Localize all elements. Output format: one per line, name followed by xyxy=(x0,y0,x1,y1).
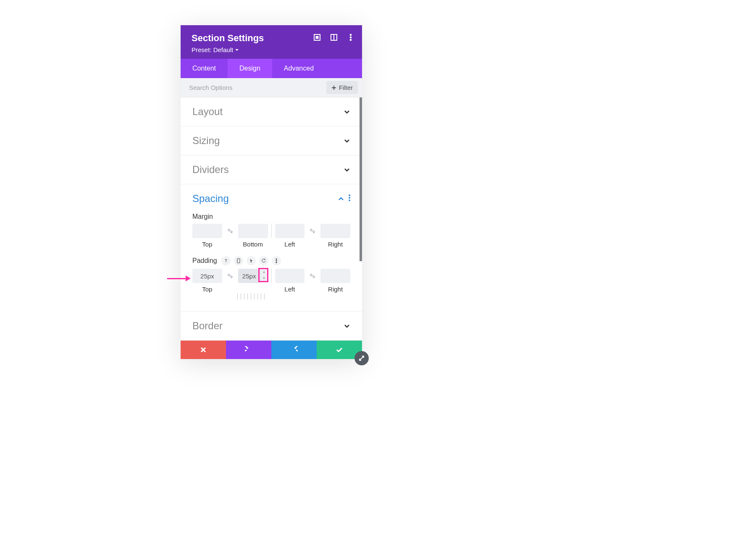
filter-label: Filter xyxy=(339,84,353,91)
link-icon[interactable] xyxy=(308,271,317,281)
chevron-down-icon xyxy=(344,166,350,173)
label-left: Left xyxy=(275,241,305,248)
svg-point-10 xyxy=(349,197,350,199)
margin-top-input[interactable] xyxy=(192,224,222,238)
separator xyxy=(271,224,272,238)
svg-point-4 xyxy=(350,34,352,36)
section-dividers: Dividers xyxy=(181,155,362,184)
margin-fields xyxy=(192,224,350,238)
padding-labels: Top . Left Right xyxy=(192,286,350,293)
label-left: Left xyxy=(275,286,305,293)
reset-icon[interactable] xyxy=(259,256,268,265)
section-dividers-title: Dividers xyxy=(192,164,229,176)
svg-point-9 xyxy=(349,194,350,196)
fullscreen-icon[interactable] xyxy=(313,34,321,41)
slider-handle[interactable] xyxy=(237,294,266,299)
padding-fields: 25px 25px ▲ ▼ xyxy=(192,269,350,283)
stepper-down-icon[interactable]: ▼ xyxy=(260,275,268,281)
tab-design[interactable]: Design xyxy=(228,59,272,78)
chevron-down-icon xyxy=(344,108,350,115)
padding-label-row: Padding ? xyxy=(192,256,350,265)
cancel-button[interactable] xyxy=(181,341,226,359)
preset-dropdown[interactable]: Preset: Default xyxy=(192,46,239,53)
cursor-icon[interactable] xyxy=(247,256,256,265)
chevron-down-icon xyxy=(344,323,350,329)
svg-point-5 xyxy=(350,37,352,38)
mobile-icon[interactable] xyxy=(234,256,243,265)
preset-label: Preset: Default xyxy=(192,46,233,53)
link-icon[interactable] xyxy=(226,226,235,236)
chevron-down-icon xyxy=(344,137,350,144)
tabs: Content Design Advanced xyxy=(181,59,362,78)
help-icon[interactable]: ? xyxy=(221,256,231,265)
padding-label: Padding xyxy=(192,257,217,265)
svg-point-16 xyxy=(276,262,277,263)
tab-content[interactable]: Content xyxy=(181,59,228,78)
padding-right-input[interactable] xyxy=(320,269,350,283)
margin-right-input[interactable] xyxy=(320,224,350,238)
label-bottom: Bottom xyxy=(238,241,268,248)
filter-button[interactable]: Filter xyxy=(326,81,358,94)
chevron-up-icon xyxy=(338,195,344,202)
section-border: Border xyxy=(181,311,362,341)
section-border-title: Border xyxy=(192,320,223,332)
section-dividers-head[interactable]: Dividers xyxy=(181,155,362,184)
section-spacing-head[interactable]: Spacing xyxy=(181,184,362,213)
margin-bottom-input[interactable] xyxy=(238,224,268,238)
link-icon[interactable] xyxy=(226,271,235,281)
tab-advanced[interactable]: Advanced xyxy=(272,59,326,78)
svg-point-11 xyxy=(349,199,350,201)
padding-left-input[interactable] xyxy=(275,269,305,283)
svg-rect-13 xyxy=(237,259,240,263)
annotation-arrow xyxy=(167,275,191,281)
panel-footer xyxy=(181,341,362,359)
row-more-icon[interactable] xyxy=(272,256,281,265)
scrollbar[interactable] xyxy=(360,97,362,261)
svg-line-19 xyxy=(360,356,364,360)
spacing-body: Margin Top Bottom Left xyxy=(181,213,362,311)
svg-point-14 xyxy=(276,259,277,260)
section-layout: Layout xyxy=(181,97,362,126)
section-layout-title: Layout xyxy=(192,106,223,118)
svg-point-6 xyxy=(350,39,352,41)
link-icon[interactable] xyxy=(308,226,317,236)
section-sizing: Sizing xyxy=(181,126,362,155)
search-row: Filter xyxy=(181,78,362,97)
svg-rect-1 xyxy=(316,36,318,39)
padding-bottom-input[interactable]: 25px xyxy=(238,269,260,283)
margin-labels: Top Bottom Left Right xyxy=(192,241,350,248)
section-more-icon[interactable] xyxy=(349,194,350,203)
undo-button[interactable] xyxy=(226,341,271,359)
label-top: Top xyxy=(192,241,222,248)
section-spacing-title: Spacing xyxy=(192,193,229,205)
svg-text:?: ? xyxy=(225,259,227,263)
label-right: Right xyxy=(320,241,350,248)
padding-bottom-stepper[interactable]: ▲ ▼ xyxy=(260,269,268,281)
redo-button[interactable] xyxy=(271,341,317,359)
label-right: Right xyxy=(320,286,350,293)
section-sizing-head[interactable]: Sizing xyxy=(181,126,362,155)
margin-label: Margin xyxy=(192,213,350,220)
settings-panel: Section Settings Preset: Default Content… xyxy=(181,25,362,359)
padding-top-input[interactable]: 25px xyxy=(192,269,222,283)
columns-icon[interactable] xyxy=(330,34,338,41)
label-top: Top xyxy=(192,286,222,293)
margin-left-input[interactable] xyxy=(275,224,305,238)
svg-point-15 xyxy=(276,260,277,262)
search-input[interactable] xyxy=(181,78,326,97)
more-icon[interactable] xyxy=(347,34,354,41)
section-layout-head[interactable]: Layout xyxy=(181,97,362,126)
section-border-head[interactable]: Border xyxy=(181,312,362,340)
separator xyxy=(271,269,272,283)
stepper-up-icon[interactable]: ▲ xyxy=(260,269,268,275)
panel-header: Section Settings Preset: Default xyxy=(181,25,362,59)
section-spacing: Spacing Margin xyxy=(181,184,362,311)
section-sizing-title: Sizing xyxy=(192,135,220,147)
caret-down-icon xyxy=(235,48,239,52)
panel-content: Layout Sizing Dividers Spacing xyxy=(181,97,362,341)
resize-handle[interactable] xyxy=(354,351,369,365)
